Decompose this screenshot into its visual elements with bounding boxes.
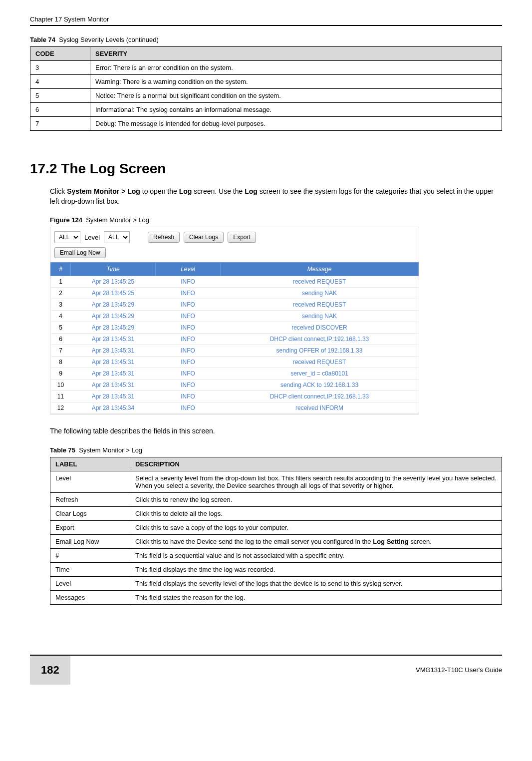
table75-caption: Table 75 System Monitor > Log (50, 446, 502, 454)
cell-severity: Warning: There is a warning condition on… (90, 75, 502, 89)
table74-caption: Table 74 Syslog Severity Levels (continu… (30, 36, 502, 43)
log-row: 1Apr 28 13:45:25INFOreceived REQUEST (51, 276, 419, 288)
log-toolbar: ALL Level ALL Refresh Clear Logs Export (50, 227, 419, 247)
cell-description: This field displays the time the log was… (130, 562, 502, 576)
cell-level: INFO (156, 334, 221, 345)
th-code: CODE (30, 47, 90, 61)
cell-message: DHCP client connect,IP:192.168.1.33 (221, 334, 419, 345)
cell-message: sending NAK (221, 288, 419, 299)
table-row: LevelSelect a severity level from the dr… (50, 471, 502, 492)
table-row: LevelThis field displays the severity le… (50, 576, 502, 590)
th-message: Message (221, 263, 419, 276)
cell-description: Select a severity level from the drop-do… (130, 471, 502, 492)
cell-num: 10 (51, 380, 71, 391)
cell-description: Click this to renew the log screen. (130, 492, 502, 506)
cell-message: sending ACK to 192.168.1.33 (221, 380, 419, 391)
log-row: 2Apr 28 13:45:25INFOsending NAK (51, 288, 419, 299)
cell-message: sending OFFER of 192.168.1.33 (221, 345, 419, 357)
cell-message: received DISCOVER (221, 322, 419, 334)
level-label: Level (84, 234, 100, 241)
cell-num: 3 (51, 299, 71, 311)
table-row: TimeThis field displays the time the log… (50, 562, 502, 576)
cell-num: 8 (51, 357, 71, 368)
cell-severity: Informational: The syslog contains an in… (90, 103, 502, 117)
figure-caption: Figure 124 System Monitor > Log (50, 216, 502, 224)
refresh-button[interactable]: Refresh (148, 232, 180, 243)
figure-label: Figure 124 (50, 216, 82, 224)
cell-message: DHCP client connect,IP:192.168.1.33 (221, 391, 419, 402)
email-log-now-button[interactable]: Email Log Now (54, 247, 106, 258)
cell-level: INFO (156, 288, 221, 299)
table-row: ExportClick this to save a copy of the l… (50, 520, 502, 534)
cell-description: Click this to delete all the logs. (130, 506, 502, 520)
cell-time: Apr 28 13:45:31 (71, 357, 156, 368)
cell-time: Apr 28 13:45:25 (71, 276, 156, 288)
cell-num: 6 (51, 334, 71, 345)
table75-title-text: System Monitor > Log (79, 446, 142, 454)
cell-level: INFO (156, 322, 221, 334)
cell-level: INFO (156, 299, 221, 311)
export-button[interactable]: Export (228, 232, 256, 243)
cell-level: INFO (156, 391, 221, 402)
cell-code: 5 (30, 89, 90, 103)
cell-num: 11 (51, 391, 71, 402)
th-level: Level (156, 263, 221, 276)
cell-severity: Debug: The message is intended for debug… (90, 117, 502, 131)
th-severity: SEVERITY (90, 47, 502, 61)
cell-description: Click this to have the Device send the l… (130, 534, 502, 548)
page-footer: 182 VMG1312-T10C User's Guide (30, 655, 502, 685)
table-row: #This field is a sequential value and is… (50, 548, 502, 562)
section-intro: Click System Monitor > Log to open the L… (50, 187, 502, 206)
cell-num: 12 (51, 402, 71, 414)
table-row: 5Notice: There is a normal but significa… (30, 89, 502, 103)
table-row: RefreshClick this to renew the log scree… (50, 492, 502, 506)
cell-message: received REQUEST (221, 299, 419, 311)
cell-label: Refresh (50, 492, 130, 506)
cell-message: server_id = c0a80101 (221, 368, 419, 380)
cell-label: Export (50, 520, 130, 534)
cell-num: 1 (51, 276, 71, 288)
guide-name: VMG1312-T10C User's Guide (416, 666, 502, 674)
table74-label: Table 74 (30, 36, 55, 43)
log-row: 5Apr 28 13:45:29INFOreceived DISCOVER (51, 322, 419, 334)
th-time: Time (71, 263, 156, 276)
cell-time: Apr 28 13:45:31 (71, 391, 156, 402)
description-table: LABEL DESCRIPTION LevelSelect a severity… (50, 457, 502, 605)
level-select[interactable]: ALL (104, 231, 130, 243)
cell-severity: Error: There is an error condition on th… (90, 61, 502, 75)
cell-time: Apr 28 13:45:29 (71, 311, 156, 322)
th-label: LABEL (50, 457, 130, 471)
log-screenshot: ALL Level ALL Refresh Clear Logs Export … (50, 227, 419, 414)
table75-intro: The following table describes the fields… (50, 426, 502, 436)
log-row: 3Apr 28 13:45:29INFOreceived REQUEST (51, 299, 419, 311)
severity-table: CODE SEVERITY 3Error: There is an error … (30, 46, 502, 131)
page-number: 182 (30, 656, 70, 685)
cell-time: Apr 28 13:45:31 (71, 368, 156, 380)
cell-num: 2 (51, 288, 71, 299)
category-select[interactable]: ALL (54, 231, 80, 243)
cell-code: 7 (30, 117, 90, 131)
figure-title-text: System Monitor > Log (86, 216, 149, 224)
log-row: 11Apr 28 13:45:31INFODHCP client connect… (51, 391, 419, 402)
clear-logs-button[interactable]: Clear Logs (184, 232, 224, 243)
cell-level: INFO (156, 311, 221, 322)
section-heading: 17.2 The Log Screen (30, 161, 502, 177)
log-row: 10Apr 28 13:45:31INFOsending ACK to 192.… (51, 380, 419, 391)
cell-label: Email Log Now (50, 534, 130, 548)
cell-description: This field states the reason for the log… (130, 590, 502, 604)
cell-description: Click this to save a copy of the logs to… (130, 520, 502, 534)
cell-time: Apr 28 13:45:31 (71, 334, 156, 345)
cell-num: 7 (51, 345, 71, 357)
cell-time: Apr 28 13:45:29 (71, 322, 156, 334)
cell-time: Apr 28 13:45:34 (71, 402, 156, 414)
log-table: # Time Level Message 1Apr 28 13:45:25INF… (50, 262, 419, 414)
table-row: 6Informational: The syslog contains an i… (30, 103, 502, 117)
chapter-title: Chapter 17 System Monitor (30, 15, 109, 23)
cell-message: received REQUEST (221, 276, 419, 288)
cell-level: INFO (156, 276, 221, 288)
cell-label: Time (50, 562, 130, 576)
cell-label: Clear Logs (50, 506, 130, 520)
table74-title-text: Syslog Severity Levels (continued) (59, 36, 158, 43)
cell-num: 4 (51, 311, 71, 322)
cell-description: This field displays the severity level o… (130, 576, 502, 590)
